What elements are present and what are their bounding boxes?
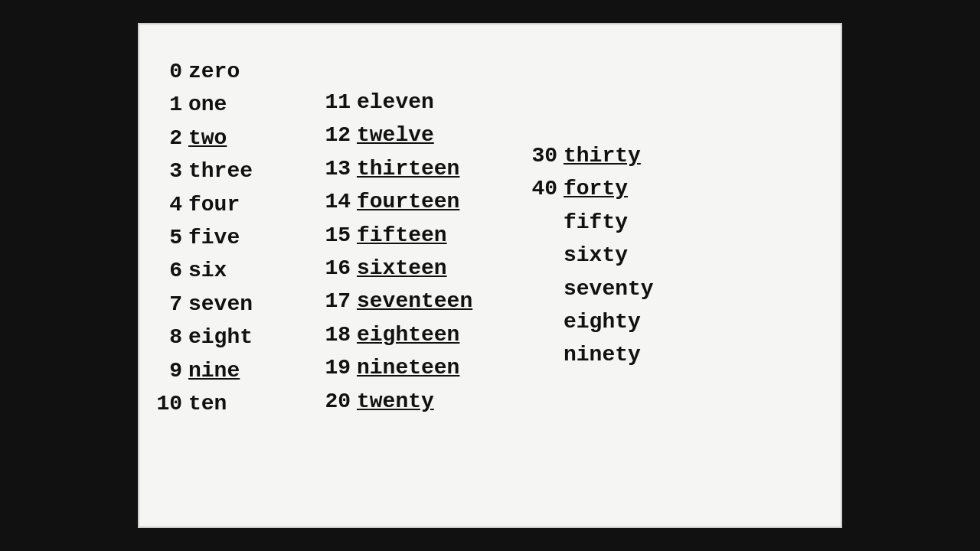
number: 1: [155, 88, 182, 121]
list-item: 5five: [155, 221, 323, 254]
word: eighty: [564, 305, 641, 338]
list-item: 2two: [155, 122, 323, 155]
number: 30: [530, 139, 557, 172]
number: 9: [155, 354, 182, 387]
word: twenty: [357, 385, 434, 418]
word: nineteen: [357, 351, 459, 384]
word: sixty: [564, 239, 628, 272]
list-item: 0zero: [155, 55, 323, 88]
list-item: ninety: [530, 338, 683, 371]
list-item: sixty: [530, 239, 683, 272]
list-item: 4four: [155, 188, 323, 221]
list-item: 13thirteen: [323, 152, 530, 185]
number: 3: [155, 155, 182, 187]
word: ten: [188, 387, 227, 420]
word: thirteen: [357, 152, 459, 185]
number: 14: [323, 185, 351, 218]
word: fourteen: [357, 185, 459, 218]
list-item: 15fifteen: [323, 219, 530, 252]
word: five: [188, 221, 240, 254]
word: seventeen: [357, 285, 472, 318]
list-item: 40forty: [530, 172, 683, 205]
word: zero: [188, 55, 240, 88]
number: 11: [323, 86, 351, 119]
word: fifty: [564, 206, 628, 239]
list-item: seventy: [530, 272, 683, 305]
word: twelve: [357, 119, 434, 152]
number: 5: [155, 221, 182, 254]
number: 17: [323, 285, 351, 318]
number: 40: [530, 172, 557, 205]
word: eight: [188, 321, 253, 354]
word: six: [188, 254, 227, 287]
word: thirty: [564, 139, 641, 172]
list-item: fifty: [530, 206, 683, 239]
list-item: 14fourteen: [323, 185, 530, 218]
number: 6: [155, 254, 182, 287]
list-item: 3three: [155, 155, 323, 187]
number: 4: [155, 188, 182, 221]
number: 7: [155, 288, 182, 321]
list-item: 11eleven: [323, 86, 530, 119]
word: nine: [188, 354, 240, 387]
word: sixteen: [357, 252, 447, 285]
word: one: [188, 88, 227, 121]
number: 16: [323, 252, 351, 285]
whiteboard: 0zero1one2two3three4four5five6six7seven8…: [138, 23, 842, 528]
word: three: [188, 155, 253, 187]
word: eighteen: [357, 318, 459, 351]
list-item: 16sixteen: [323, 252, 530, 285]
number: 2: [155, 122, 182, 155]
number: 12: [323, 119, 351, 152]
list-item: 6six: [155, 254, 323, 287]
number: 15: [323, 219, 351, 252]
word: forty: [564, 172, 628, 205]
list-item: eighty: [530, 305, 683, 338]
list-item: 8eight: [155, 321, 323, 354]
number: 8: [155, 321, 182, 354]
number: 18: [323, 318, 351, 351]
list-item: 18eighteen: [323, 318, 530, 351]
word: ninety: [564, 338, 641, 371]
number: 20: [323, 385, 351, 418]
list-item: 9nine: [155, 354, 323, 387]
content-area: 0zero1one2two3three4four5five6six7seven8…: [155, 47, 825, 511]
word: fifteen: [357, 219, 447, 252]
word: seventy: [564, 272, 654, 305]
number: 10: [155, 387, 182, 420]
list-item: 1one: [155, 88, 323, 121]
word: eleven: [357, 86, 434, 119]
list-item: 30thirty: [530, 139, 683, 172]
list-item: 10ten: [155, 387, 323, 420]
word: two: [188, 122, 227, 155]
list-item: 7seven: [155, 288, 323, 321]
number: 19: [323, 351, 351, 384]
number: 13: [323, 152, 351, 185]
list-item: 12twelve: [323, 119, 530, 152]
word: seven: [188, 288, 253, 321]
number: 0: [155, 55, 182, 88]
list-item: 20twenty: [323, 385, 530, 418]
column-3: 30thirty40fortyfiftysixtyseventyeightyni…: [530, 47, 683, 511]
column-2: 11eleven12twelve13thirteen14fourteen15fi…: [323, 47, 530, 511]
word: four: [188, 188, 240, 221]
list-item: 17seventeen: [323, 285, 530, 318]
column-1: 0zero1one2two3three4four5five6six7seven8…: [155, 47, 323, 511]
list-item: 19nineteen: [323, 351, 530, 384]
